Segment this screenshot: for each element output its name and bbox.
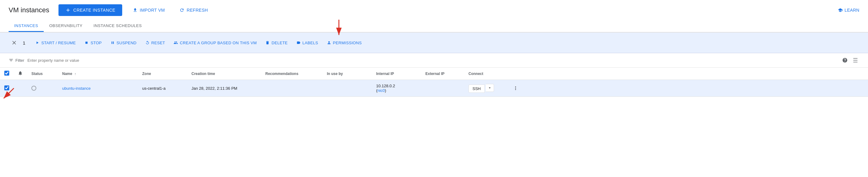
header-status: Status [27,68,58,80]
pause-icon [111,41,115,45]
header-checkbox-cell [0,68,13,80]
refresh-icon [180,8,184,12]
action-bar: 1 START / RESUME STOP SUSPEND RESET [0,33,868,53]
nic-link[interactable]: nic0 [377,88,385,93]
header-creation-time: Creation time [187,68,261,80]
filter-actions [841,56,859,64]
stop-icon [84,41,89,45]
deselect-button[interactable] [9,38,20,47]
tab-instances[interactable]: INSTANCES [9,20,44,32]
person-icon [327,41,331,45]
create-group-button[interactable]: CREATE A GROUP BASED ON THIS VM [170,39,260,47]
delete-button[interactable]: DELETE [261,39,291,47]
tab-instance-schedules[interactable]: INSTANCE SCHEDULES [88,20,148,32]
group-icon [174,41,178,45]
header-internal-ip: Internal IP [372,68,421,80]
start-resume-button[interactable]: START / RESUME [31,39,80,47]
chevron-down-icon [488,86,492,90]
header-notify [13,68,27,80]
filter-label: Filter [9,58,24,63]
plus-icon [65,7,71,13]
create-instance-button[interactable]: CREATE INSTANCE [59,4,122,16]
selected-count: 1 [21,39,27,47]
help-button[interactable] [841,56,849,64]
row-recommendations-cell [261,80,322,97]
table-header-row: Status Name ↑ Zone Creation time Recomme… [0,68,868,80]
header-name[interactable]: Name ↑ [58,68,138,80]
table-row: ubuntu-instance us-central1-a Jan 28, 20… [0,80,868,97]
page-title: VM instances [9,6,49,14]
internal-ip-sub: (nic0) [376,88,417,93]
notify-header-icon [18,71,23,76]
header-recommendations: Recommendations [261,68,322,80]
row-in-use-by-cell [322,80,372,97]
reset-icon [145,41,150,45]
ssh-dropdown-button[interactable] [486,84,494,92]
row-zone-cell: us-central1-a [138,80,187,97]
labels-button[interactable]: LABELS [293,39,322,47]
select-all-checkbox[interactable] [4,71,9,76]
row-checkbox-cell [0,80,13,97]
close-icon [11,40,17,46]
ssh-button[interactable]: SSH [468,84,485,93]
row-creation-time-cell: Jan 28, 2022, 2:11:36 PM [187,80,261,97]
create-instance-label: CREATE INSTANCE [73,8,116,12]
annotation-arrow-delete [323,16,354,41]
header-in-use-by: In use by [322,68,372,80]
more-options-button[interactable] [512,84,520,92]
refresh-button[interactable]: REFRESH [175,5,212,15]
header-more [507,68,868,80]
tab-observability[interactable]: OBSERVABILITY [44,20,88,32]
play-icon [35,41,39,45]
filter-icon [9,58,13,63]
columns-icon [852,58,858,63]
row-connect-cell: SSH [464,80,507,97]
header-connect: Connect [464,68,507,80]
header-external-ip: External IP [421,68,464,80]
tabs-row: INSTANCES OBSERVABILITY INSTANCE SCHEDUL… [0,20,868,33]
row-internal-ip-cell: 10.128.0.2 (nic0) [372,80,421,97]
learn-label: LEARN [845,8,859,12]
import-vm-label: IMPORT VM [140,8,165,12]
header-row: VM instances CREATE INSTANCE IMPORT VM R… [0,0,868,20]
status-stopped-icon [31,86,36,91]
help-icon [842,58,848,63]
header-zone: Zone [138,68,187,80]
internal-ip-value: 10.128.0.2 [376,83,417,88]
row-notify-cell [13,80,27,97]
stop-button[interactable]: STOP [81,39,105,47]
more-vert-icon [513,85,518,91]
arrow-area [367,35,859,50]
refresh-label: REFRESH [187,8,208,12]
import-vm-button[interactable]: IMPORT VM [128,5,169,15]
filter-input[interactable] [27,58,838,63]
sort-icon: ↑ [74,72,76,76]
row-name-cell: ubuntu-instance [58,80,138,97]
learn-icon [838,8,843,12]
instances-table: Status Name ↑ Zone Creation time Recomme… [0,68,868,97]
delete-icon [265,41,270,45]
row-external-ip-cell [421,80,464,97]
import-icon [133,8,137,12]
row-checkbox[interactable] [4,85,9,90]
filter-row: Filter [0,53,868,68]
reset-button[interactable]: RESET [142,39,169,47]
row-more-cell [507,80,868,97]
label-icon [297,41,301,45]
suspend-button[interactable]: SUSPEND [107,39,141,47]
learn-button[interactable]: LEARN [838,8,859,12]
table-container: Status Name ↑ Zone Creation time Recomme… [0,68,868,97]
columns-button[interactable] [851,56,859,64]
instance-name-link[interactable]: ubuntu-instance [62,86,91,91]
row-status-cell [27,80,58,97]
